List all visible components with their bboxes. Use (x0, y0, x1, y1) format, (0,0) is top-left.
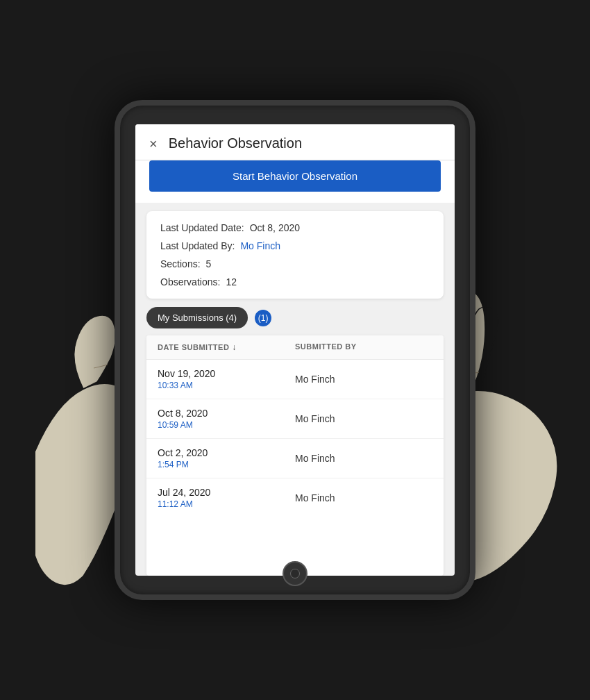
last-updated-date-value: Oct 8, 2020 (250, 222, 300, 233)
table-row[interactable]: Jul 24, 2020 11:12 AM Mo Finch (146, 478, 444, 517)
observations-label: Observations: (160, 276, 220, 288)
table-header: DATE SUBMITTED ↓ SUBMITTED BY (146, 335, 444, 360)
date-submitted-header[interactable]: DATE SUBMITTED ↓ (158, 342, 295, 352)
submitter-cell-2: Mo Finch (295, 408, 432, 430)
last-updated-by-value[interactable]: Mo Finch (240, 240, 280, 251)
tab-my-submissions[interactable]: My Submissions (4) (146, 307, 248, 328)
date-cell-4: Jul 24, 2020 11:12 AM (158, 487, 295, 509)
close-button[interactable]: × (149, 137, 158, 151)
table-row[interactable]: Oct 2, 2020 1:54 PM Mo Finch (146, 439, 444, 478)
date-time-1: 10:33 AM (158, 381, 295, 390)
tab-other-submissions[interactable]: (1) (255, 310, 271, 326)
last-updated-date-label: Last Updated Date: (160, 222, 244, 233)
last-updated-by-row: Last Updated By: Mo Finch (160, 240, 430, 251)
submitter-cell-3: Mo Finch (295, 447, 432, 469)
submitted-by-header: SUBMITTED BY (295, 342, 432, 352)
modal-title: Behavior Observation (169, 135, 302, 151)
date-cell-3: Oct 2, 2020 1:54 PM (158, 447, 295, 469)
sort-arrow-icon: ↓ (232, 342, 237, 352)
tablet-screen: × Behavior Observation Start Behavior Ob… (135, 124, 455, 576)
submitter-cell-1: Mo Finch (295, 368, 432, 390)
date-time-4: 11:12 AM (158, 499, 295, 509)
table-row[interactable]: Oct 8, 2020 10:59 AM Mo Finch (146, 399, 444, 439)
app-content: × Behavior Observation Start Behavior Ob… (135, 124, 455, 576)
start-button-container: Start Behavior Observation (135, 160, 455, 203)
date-time-2: 10:59 AM (158, 420, 295, 430)
date-time-3: 1:54 PM (158, 460, 295, 469)
date-main-2: Oct 8, 2020 (158, 408, 295, 419)
submitter-cell-4: Mo Finch (295, 487, 432, 509)
tablet-home-button-inner (290, 569, 300, 578)
table-row[interactable]: Nov 19, 2020 10:33 AM Mo Finch (146, 360, 444, 399)
tablet-home-button[interactable] (283, 561, 307, 586)
observations-value: 12 (226, 276, 237, 288)
sections-label: Sections: (160, 258, 201, 269)
start-behavior-observation-button[interactable]: Start Behavior Observation (149, 160, 441, 192)
observations-row: Observations: 12 (160, 276, 430, 288)
submissions-table: DATE SUBMITTED ↓ SUBMITTED BY Nov 19, 20… (146, 335, 444, 576)
date-main-4: Jul 24, 2020 (158, 487, 295, 498)
tablet-device: × Behavior Observation Start Behavior Ob… (115, 100, 475, 600)
date-main-1: Nov 19, 2020 (158, 368, 295, 379)
info-card: Last Updated Date: Oct 8, 2020 Last Upda… (146, 211, 444, 299)
date-cell-1: Nov 19, 2020 10:33 AM (158, 368, 295, 390)
sections-value: 5 (206, 258, 212, 269)
tabs-container: My Submissions (4) (1) (135, 307, 455, 328)
sections-row: Sections: 5 (160, 258, 430, 269)
modal-header: × Behavior Observation (135, 124, 455, 160)
date-cell-2: Oct 8, 2020 10:59 AM (158, 408, 295, 430)
last-updated-date-row: Last Updated Date: Oct 8, 2020 (160, 222, 430, 233)
date-main-3: Oct 2, 2020 (158, 447, 295, 458)
last-updated-by-label: Last Updated By: (160, 240, 235, 251)
